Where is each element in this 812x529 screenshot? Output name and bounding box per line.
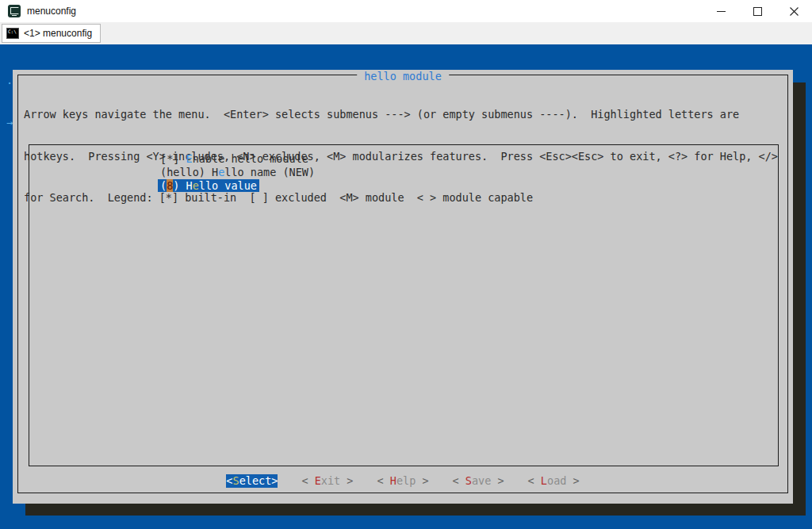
close-button[interactable] — [776, 0, 812, 22]
dialog-button-row: <Select> < Exit > < Help > < Save > < Lo… — [13, 474, 793, 488]
menu-item-hello-value[interactable]: (8) Hello value — [160, 179, 259, 193]
hotkey-letter: E — [186, 152, 193, 165]
app-window: menuconfig C:\ <1> menuconfig — [0, 0, 812, 529]
help-button[interactable]: < Help > — [377, 474, 428, 488]
tab-bar: C:\ <1> menuconfig + 1 — [0, 22, 812, 44]
save-button[interactable]: < Save > — [453, 474, 504, 488]
selected-menu-row: (8) Hello value — [158, 179, 259, 192]
menu-item-hello-name[interactable]: (hello) Hello name (NEW) — [160, 166, 315, 179]
maximize-icon — [753, 7, 762, 16]
window-title: menuconfig — [27, 0, 76, 22]
title-bar: menuconfig — [0, 0, 812, 22]
load-button[interactable]: < Load > — [528, 474, 580, 488]
menu-item-enable-hello-module[interactable]: [*] Enable hello module — [160, 152, 308, 166]
config-dialog: hello module Arrow keys navigate the men… — [13, 70, 793, 504]
maximize-button[interactable] — [739, 0, 776, 22]
close-icon — [790, 7, 799, 16]
hotkey-letter: e — [193, 179, 199, 192]
minimize-button[interactable] — [703, 0, 739, 22]
conemu-app-icon — [8, 5, 21, 17]
instructions-line1: Arrow keys navigate the menu. <Enter> se… — [24, 108, 778, 122]
minimize-icon — [717, 11, 726, 12]
exit-button[interactable]: < Exit > — [301, 474, 353, 488]
select-button[interactable]: <Select> — [226, 474, 278, 488]
terminal-area: .config - RT-Thread Configuration → hell… — [0, 44, 812, 529]
menu-listbox: [*] Enable hello module (hello) Hello na… — [29, 144, 779, 466]
tab-label: <1> menuconfig — [24, 28, 92, 39]
cmd-console-icon: C:\ — [6, 28, 19, 39]
tab-menuconfig[interactable]: C:\ <1> menuconfig — [2, 24, 101, 43]
